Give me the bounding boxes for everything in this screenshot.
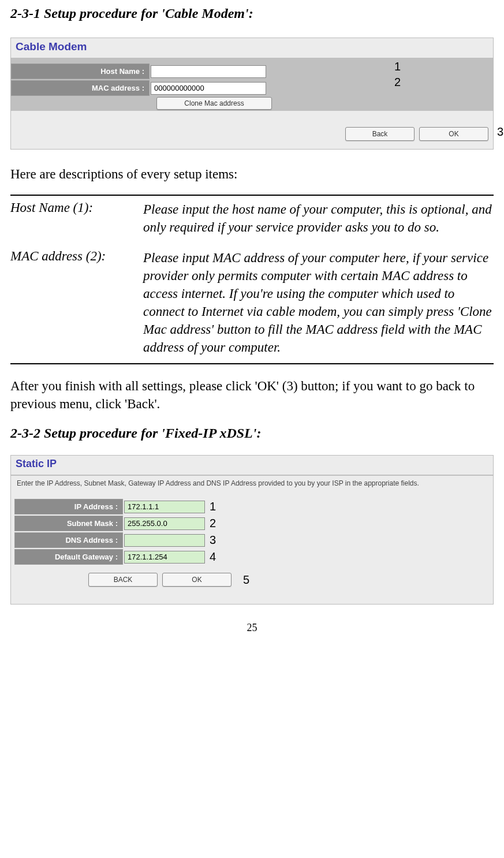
- page-number: 25: [10, 622, 494, 634]
- desc-mac-def: Please input MAC address of your compute…: [143, 249, 494, 356]
- callout-s4: 4: [210, 550, 216, 564]
- callout-s2: 2: [210, 517, 216, 530]
- desc-mac-term: MAC address (2):: [10, 249, 143, 356]
- callout-2: 2: [394, 76, 401, 89]
- section-2-title: 2-3-2 Setup procedure for 'Fixed-IP xDSL…: [10, 426, 494, 441]
- mac-address-label: MAC address :: [11, 80, 150, 96]
- desc-host-name-term: Host Name (1):: [10, 200, 143, 236]
- static-back-button[interactable]: BACK: [88, 573, 158, 587]
- clone-mac-button[interactable]: Clone Mac address: [156, 97, 272, 110]
- static-ip-form: IP Address : 1 Subnet Mask : 2 DNS Addre…: [11, 494, 493, 604]
- callout-s1: 1: [210, 500, 216, 513]
- after-text: After you finish with all settings, plea…: [10, 377, 494, 413]
- default-gateway-input[interactable]: [124, 551, 205, 564]
- callout-s3: 3: [210, 534, 216, 547]
- descriptions-intro: Here are descriptions of every setup ite…: [10, 167, 494, 182]
- ip-address-input[interactable]: [124, 501, 205, 513]
- dns-address-input[interactable]: [124, 534, 205, 547]
- subnet-mask-input[interactable]: [124, 517, 205, 530]
- cable-modem-heading: Cable Modem: [11, 38, 493, 59]
- callout-3: 3: [497, 125, 503, 139]
- default-gateway-label: Default Gateway :: [14, 549, 123, 565]
- section-1-title: 2-3-1 Setup procedure for 'Cable Modem':: [10, 6, 494, 21]
- cable-modem-panel: Cable Modem Host Name : MAC address : Cl…: [10, 38, 494, 150]
- desc-host-name-def: Please input the host name of your compu…: [143, 200, 494, 236]
- subnet-mask-label: Subnet Mask :: [14, 516, 123, 531]
- static-ip-heading: Static IP: [11, 456, 493, 476]
- static-ok-button[interactable]: OK: [162, 573, 232, 587]
- callout-s5: 5: [243, 573, 249, 587]
- mac-address-input[interactable]: [151, 82, 266, 95]
- dns-address-label: DNS Address :: [14, 532, 123, 548]
- static-ip-desc: Enter the IP Address, Subnet Mask, Gatew…: [11, 476, 493, 494]
- host-name-input[interactable]: [151, 65, 266, 78]
- back-button[interactable]: Back: [345, 127, 415, 141]
- ip-address-label: IP Address :: [14, 499, 123, 514]
- cable-modem-form: Host Name : MAC address : Clone Mac addr…: [11, 59, 493, 111]
- static-ip-panel: Static IP Enter the IP Address, Subnet M…: [10, 455, 494, 605]
- ok-button[interactable]: OK: [419, 127, 488, 141]
- host-name-label: Host Name :: [11, 64, 150, 79]
- callout-1: 1: [394, 60, 401, 73]
- descriptions-table: Host Name (1): Please input the host nam…: [10, 195, 494, 364]
